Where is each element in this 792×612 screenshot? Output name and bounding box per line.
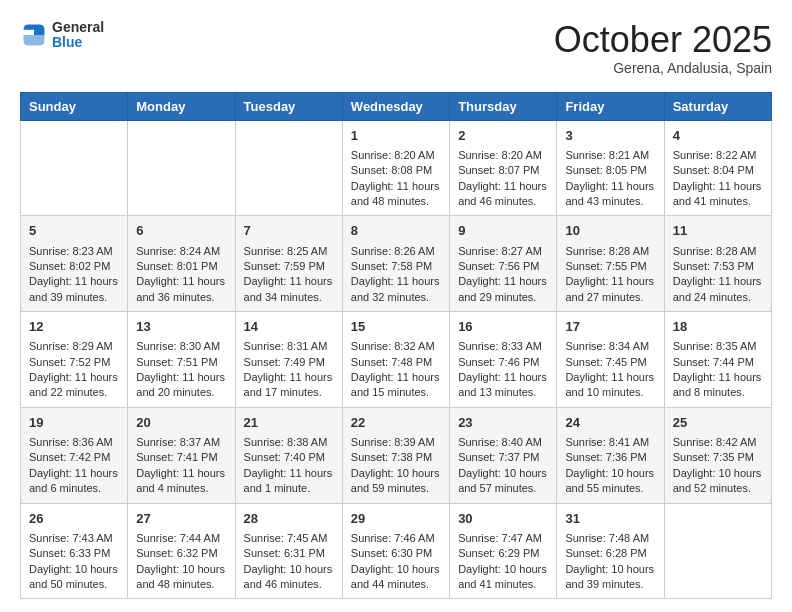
day-number: 12 <box>29 318 119 336</box>
day-number: 26 <box>29 510 119 528</box>
day-info: Sunrise: 8:40 AM Sunset: 7:37 PM Dayligh… <box>458 435 548 497</box>
weekday-header: Thursday <box>450 92 557 120</box>
calendar-week-row: 19Sunrise: 8:36 AM Sunset: 7:42 PM Dayli… <box>21 407 772 503</box>
day-number: 19 <box>29 414 119 432</box>
day-number: 29 <box>351 510 441 528</box>
calendar-cell: 13Sunrise: 8:30 AM Sunset: 7:51 PM Dayli… <box>128 312 235 408</box>
calendar-cell: 9Sunrise: 8:27 AM Sunset: 7:56 PM Daylig… <box>450 216 557 312</box>
day-info: Sunrise: 8:27 AM Sunset: 7:56 PM Dayligh… <box>458 244 548 306</box>
day-info: Sunrise: 8:24 AM Sunset: 8:01 PM Dayligh… <box>136 244 226 306</box>
calendar-cell: 12Sunrise: 8:29 AM Sunset: 7:52 PM Dayli… <box>21 312 128 408</box>
calendar-cell: 29Sunrise: 7:46 AM Sunset: 6:30 PM Dayli… <box>342 503 449 599</box>
day-number: 24 <box>565 414 655 432</box>
day-info: Sunrise: 8:30 AM Sunset: 7:51 PM Dayligh… <box>136 339 226 401</box>
calendar-cell: 31Sunrise: 7:48 AM Sunset: 6:28 PM Dayli… <box>557 503 664 599</box>
day-number: 16 <box>458 318 548 336</box>
calendar-cell <box>128 120 235 216</box>
calendar-week-row: 5Sunrise: 8:23 AM Sunset: 8:02 PM Daylig… <box>21 216 772 312</box>
day-number: 4 <box>673 127 763 145</box>
day-info: Sunrise: 8:20 AM Sunset: 8:08 PM Dayligh… <box>351 148 441 210</box>
day-info: Sunrise: 8:34 AM Sunset: 7:45 PM Dayligh… <box>565 339 655 401</box>
day-number: 31 <box>565 510 655 528</box>
logo-general: General <box>52 20 104 35</box>
day-info: Sunrise: 8:21 AM Sunset: 8:05 PM Dayligh… <box>565 148 655 210</box>
day-info: Sunrise: 7:45 AM Sunset: 6:31 PM Dayligh… <box>244 531 334 593</box>
day-info: Sunrise: 8:29 AM Sunset: 7:52 PM Dayligh… <box>29 339 119 401</box>
weekday-header: Saturday <box>664 92 771 120</box>
calendar-cell <box>235 120 342 216</box>
day-info: Sunrise: 8:26 AM Sunset: 7:58 PM Dayligh… <box>351 244 441 306</box>
day-info: Sunrise: 7:47 AM Sunset: 6:29 PM Dayligh… <box>458 531 548 593</box>
calendar-cell: 1Sunrise: 8:20 AM Sunset: 8:08 PM Daylig… <box>342 120 449 216</box>
calendar-cell: 11Sunrise: 8:28 AM Sunset: 7:53 PM Dayli… <box>664 216 771 312</box>
logo-blue: Blue <box>52 35 104 50</box>
calendar-cell: 3Sunrise: 8:21 AM Sunset: 8:05 PM Daylig… <box>557 120 664 216</box>
day-number: 27 <box>136 510 226 528</box>
calendar-cell: 27Sunrise: 7:44 AM Sunset: 6:32 PM Dayli… <box>128 503 235 599</box>
calendar-cell: 21Sunrise: 8:38 AM Sunset: 7:40 PM Dayli… <box>235 407 342 503</box>
month-title: October 2025 <box>554 20 772 60</box>
location-subtitle: Gerena, Andalusia, Spain <box>554 60 772 76</box>
day-number: 22 <box>351 414 441 432</box>
calendar-cell: 2Sunrise: 8:20 AM Sunset: 8:07 PM Daylig… <box>450 120 557 216</box>
day-number: 7 <box>244 222 334 240</box>
day-number: 9 <box>458 222 548 240</box>
calendar-cell <box>21 120 128 216</box>
page-header: General Blue October 2025 Gerena, Andalu… <box>20 20 772 76</box>
calendar-cell: 20Sunrise: 8:37 AM Sunset: 7:41 PM Dayli… <box>128 407 235 503</box>
day-number: 3 <box>565 127 655 145</box>
calendar-cell: 30Sunrise: 7:47 AM Sunset: 6:29 PM Dayli… <box>450 503 557 599</box>
calendar-cell: 19Sunrise: 8:36 AM Sunset: 7:42 PM Dayli… <box>21 407 128 503</box>
day-number: 18 <box>673 318 763 336</box>
weekday-header: Wednesday <box>342 92 449 120</box>
calendar-cell: 17Sunrise: 8:34 AM Sunset: 7:45 PM Dayli… <box>557 312 664 408</box>
day-number: 2 <box>458 127 548 145</box>
calendar-cell: 16Sunrise: 8:33 AM Sunset: 7:46 PM Dayli… <box>450 312 557 408</box>
day-info: Sunrise: 8:28 AM Sunset: 7:53 PM Dayligh… <box>673 244 763 306</box>
day-number: 1 <box>351 127 441 145</box>
weekday-header: Sunday <box>21 92 128 120</box>
calendar-cell: 23Sunrise: 8:40 AM Sunset: 7:37 PM Dayli… <box>450 407 557 503</box>
day-info: Sunrise: 8:35 AM Sunset: 7:44 PM Dayligh… <box>673 339 763 401</box>
day-info: Sunrise: 8:20 AM Sunset: 8:07 PM Dayligh… <box>458 148 548 210</box>
calendar-week-row: 26Sunrise: 7:43 AM Sunset: 6:33 PM Dayli… <box>21 503 772 599</box>
calendar-cell: 5Sunrise: 8:23 AM Sunset: 8:02 PM Daylig… <box>21 216 128 312</box>
calendar-cell: 10Sunrise: 8:28 AM Sunset: 7:55 PM Dayli… <box>557 216 664 312</box>
calendar-cell: 22Sunrise: 8:39 AM Sunset: 7:38 PM Dayli… <box>342 407 449 503</box>
weekday-header: Tuesday <box>235 92 342 120</box>
weekday-header: Monday <box>128 92 235 120</box>
day-number: 11 <box>673 222 763 240</box>
day-info: Sunrise: 8:22 AM Sunset: 8:04 PM Dayligh… <box>673 148 763 210</box>
day-info: Sunrise: 7:43 AM Sunset: 6:33 PM Dayligh… <box>29 531 119 593</box>
calendar-cell: 28Sunrise: 7:45 AM Sunset: 6:31 PM Dayli… <box>235 503 342 599</box>
day-info: Sunrise: 8:42 AM Sunset: 7:35 PM Dayligh… <box>673 435 763 497</box>
logo-icon <box>20 21 48 49</box>
day-number: 28 <box>244 510 334 528</box>
day-number: 23 <box>458 414 548 432</box>
calendar-cell: 15Sunrise: 8:32 AM Sunset: 7:48 PM Dayli… <box>342 312 449 408</box>
weekday-header: Friday <box>557 92 664 120</box>
day-info: Sunrise: 8:31 AM Sunset: 7:49 PM Dayligh… <box>244 339 334 401</box>
day-info: Sunrise: 8:28 AM Sunset: 7:55 PM Dayligh… <box>565 244 655 306</box>
day-info: Sunrise: 7:46 AM Sunset: 6:30 PM Dayligh… <box>351 531 441 593</box>
logo-text: General Blue <box>52 20 104 51</box>
day-number: 8 <box>351 222 441 240</box>
calendar-cell: 18Sunrise: 8:35 AM Sunset: 7:44 PM Dayli… <box>664 312 771 408</box>
calendar-cell: 7Sunrise: 8:25 AM Sunset: 7:59 PM Daylig… <box>235 216 342 312</box>
calendar-cell: 24Sunrise: 8:41 AM Sunset: 7:36 PM Dayli… <box>557 407 664 503</box>
calendar-cell: 8Sunrise: 8:26 AM Sunset: 7:58 PM Daylig… <box>342 216 449 312</box>
day-info: Sunrise: 8:36 AM Sunset: 7:42 PM Dayligh… <box>29 435 119 497</box>
day-number: 25 <box>673 414 763 432</box>
weekday-header-row: SundayMondayTuesdayWednesdayThursdayFrid… <box>21 92 772 120</box>
day-info: Sunrise: 8:41 AM Sunset: 7:36 PM Dayligh… <box>565 435 655 497</box>
calendar-cell: 25Sunrise: 8:42 AM Sunset: 7:35 PM Dayli… <box>664 407 771 503</box>
calendar-week-row: 1Sunrise: 8:20 AM Sunset: 8:08 PM Daylig… <box>21 120 772 216</box>
logo: General Blue <box>20 20 104 51</box>
day-info: Sunrise: 8:23 AM Sunset: 8:02 PM Dayligh… <box>29 244 119 306</box>
day-info: Sunrise: 8:38 AM Sunset: 7:40 PM Dayligh… <box>244 435 334 497</box>
day-number: 6 <box>136 222 226 240</box>
calendar-cell <box>664 503 771 599</box>
calendar-cell: 26Sunrise: 7:43 AM Sunset: 6:33 PM Dayli… <box>21 503 128 599</box>
day-info: Sunrise: 8:32 AM Sunset: 7:48 PM Dayligh… <box>351 339 441 401</box>
calendar-week-row: 12Sunrise: 8:29 AM Sunset: 7:52 PM Dayli… <box>21 312 772 408</box>
